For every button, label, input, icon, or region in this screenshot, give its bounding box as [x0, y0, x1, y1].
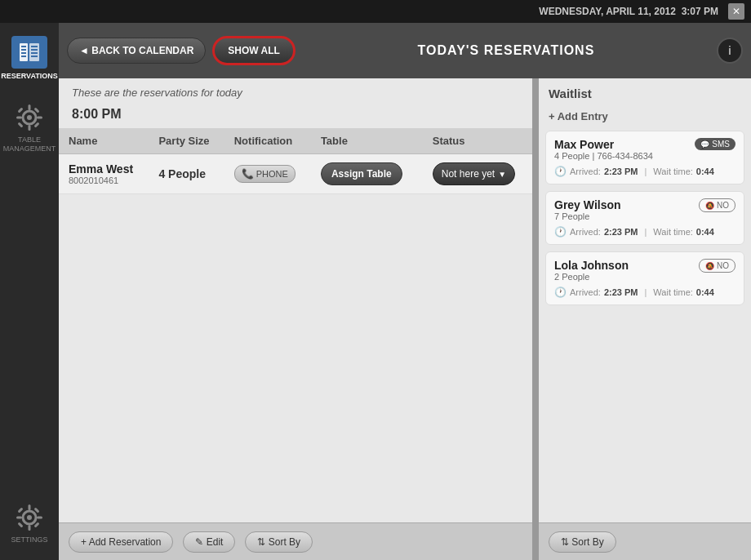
- add-reservation-button[interactable]: + Add Reservation: [69, 531, 173, 553]
- table-cell: Assign Table: [311, 154, 423, 194]
- waitlist-notification-badge: 💬 SMS: [695, 138, 735, 150]
- content-split: These are the reservations for today 8:0…: [59, 78, 751, 560]
- svg-rect-18: [17, 122, 23, 127]
- svg-rect-2: [21, 46, 26, 47]
- svg-rect-13: [29, 125, 31, 131]
- status-button[interactable]: Not here yet ▼: [433, 162, 515, 185]
- svg-rect-25: [37, 517, 42, 519]
- table-row: Emma West 8002010461 4 People 📞 PHONE As…: [59, 154, 532, 194]
- svg-rect-8: [31, 52, 38, 54]
- party-size: 4 People: [158, 167, 206, 180]
- sidebar-item-reservations[interactable]: RESERVATIONS: [0, 29, 59, 87]
- phone-icon: 📞: [242, 168, 254, 180]
- waitlist-card-header: Max Power 4 People | 766-434-8634 💬 SMS: [554, 138, 735, 164]
- wait-label: Wait time:: [653, 167, 693, 176]
- waitlist-card-header: Lola Johnson 2 People 🔕 NO: [554, 259, 735, 285]
- svg-point-11: [27, 115, 32, 120]
- sort-by-button[interactable]: ⇅ Sort By: [245, 531, 313, 553]
- content-area: ◄ BACK TO CALENDAR SHOW ALL TODAY'S RESE…: [59, 23, 751, 560]
- waitlist-card: Grey Wilson 7 People 🔕 NO 🕐 Arrived: 2:2…: [545, 191, 744, 245]
- svg-rect-26: [17, 507, 23, 513]
- party-size-cell: 4 People: [149, 154, 224, 194]
- waitlist-guest-info: 7 People: [554, 211, 621, 221]
- status-cell: Not here yet ▼: [423, 154, 532, 194]
- date-time: WEDNESDAY, APRIL 11, 2012 3:07 PM: [539, 6, 718, 17]
- col-party-size: Party Size: [149, 128, 224, 154]
- col-name: Name: [59, 128, 149, 154]
- settings-icon: [15, 503, 44, 532]
- wait-time: 0:44: [696, 287, 714, 297]
- chevron-down-icon: ▼: [498, 170, 506, 179]
- top-bar: WEDNESDAY, APRIL 11, 2012 3:07 PM ✕: [0, 0, 751, 23]
- notification-icon: 🔕: [705, 202, 714, 210]
- waitlist-timing: 🕐 Arrived: 2:23 PM | Wait time: 0:44: [554, 287, 735, 298]
- table-management-icon: [15, 103, 44, 132]
- svg-rect-9: [31, 56, 38, 57]
- page-title: TODAY'S RESERVATIONS: [302, 43, 710, 58]
- reservations-description: These are the reservations for today: [59, 78, 532, 104]
- wait-label: Wait time:: [653, 287, 693, 297]
- arrived-time: 2:23 PM: [604, 287, 638, 297]
- waitlist-notification-badge: 🔕 NO: [699, 259, 735, 273]
- svg-rect-14: [16, 117, 22, 119]
- svg-point-21: [27, 515, 32, 520]
- notification-icon: 🔕: [705, 262, 714, 270]
- waitlist-panel: Waitlist + Add Entry Max Power 4 People …: [539, 78, 751, 560]
- close-button[interactable]: ✕: [728, 3, 744, 20]
- waitlist-sort-by-button[interactable]: ⇅ Sort By: [549, 531, 616, 553]
- sidebar-table-mgmt-label: TABLE MANAGEMENT: [3, 136, 56, 153]
- arrived-time: 2:23 PM: [604, 227, 638, 237]
- waitlist-guest-info: 4 People | 766-434-8634: [554, 151, 653, 161]
- waitlist-guest-info: 2 People: [554, 272, 629, 282]
- arrived-label: Arrived:: [570, 227, 601, 237]
- sidebar-item-settings[interactable]: SETTINGS: [0, 496, 59, 550]
- notification-icon: 💬: [700, 140, 709, 149]
- guest-name-cell: Emma West 8002010461: [59, 154, 149, 194]
- guest-name: Emma West: [69, 162, 139, 176]
- notification-badge: 📞 PHONE: [234, 165, 296, 183]
- arrived-time: 2:23 PM: [604, 167, 638, 176]
- arrived-label: Arrived:: [570, 287, 601, 297]
- waitlist-card: Max Power 4 People | 766-434-8634 💬 SMS …: [545, 131, 744, 184]
- add-entry-button[interactable]: + Add Entry: [539, 105, 751, 131]
- svg-rect-16: [17, 107, 23, 113]
- svg-rect-15: [37, 117, 42, 119]
- reservations-table: Name Party Size Notification Table Statu…: [59, 128, 532, 194]
- info-button[interactable]: i: [717, 38, 743, 64]
- svg-rect-6: [31, 46, 38, 47]
- show-all-button[interactable]: SHOW ALL: [212, 36, 296, 65]
- table-header-row: Name Party Size Notification Table Statu…: [59, 128, 532, 154]
- svg-rect-12: [29, 104, 31, 110]
- edit-button[interactable]: ✎ Edit: [183, 531, 235, 553]
- reservations-bottom-bar: + Add Reservation ✎ Edit ⇅ Sort By: [59, 522, 532, 560]
- waitlist-card-header: Grey Wilson 7 People 🔕 NO: [554, 198, 735, 224]
- svg-rect-23: [29, 525, 31, 531]
- waitlist-scroll: Max Power 4 People | 766-434-8634 💬 SMS …: [539, 131, 751, 522]
- clock-icon: 🕐: [554, 287, 567, 298]
- waitlist-timing: 🕐 Arrived: 2:23 PM | Wait time: 0:44: [554, 166, 735, 177]
- clock-icon: 🕐: [554, 226, 567, 238]
- time-slot-header: 8:00 PM: [59, 104, 532, 128]
- sidebar-item-table-management[interactable]: TABLE MANAGEMENT: [0, 96, 59, 160]
- assign-table-button[interactable]: Assign Table: [321, 162, 402, 185]
- notification-cell: 📞 PHONE: [224, 154, 311, 194]
- reservations-icon: [11, 36, 47, 69]
- svg-rect-24: [16, 517, 22, 519]
- svg-rect-22: [29, 504, 31, 510]
- sidebar-reservations-label: RESERVATIONS: [1, 72, 58, 80]
- waitlist-card: Lola Johnson 2 People 🔕 NO 🕐 Arrived: 2:…: [545, 251, 744, 305]
- guest-phone: 8002010461: [69, 176, 139, 185]
- svg-rect-5: [21, 56, 26, 57]
- waitlist-guest-name: Lola Johnson: [554, 259, 629, 272]
- svg-rect-7: [31, 49, 38, 51]
- col-notification: Notification: [224, 128, 311, 154]
- waitlist-notification-badge: 🔕 NO: [699, 198, 735, 212]
- svg-rect-3: [21, 49, 26, 51]
- back-to-calendar-button[interactable]: ◄ BACK TO CALENDAR: [67, 38, 206, 64]
- wait-time: 0:44: [696, 167, 714, 176]
- panel-divider: [532, 78, 539, 560]
- waitlist-header: Waitlist: [539, 78, 751, 105]
- waitlist-guest-name: Grey Wilson: [554, 198, 621, 211]
- main-layout: RESERVATIONS TABLE MANAGEMENT: [0, 23, 751, 560]
- arrived-label: Arrived:: [570, 167, 601, 176]
